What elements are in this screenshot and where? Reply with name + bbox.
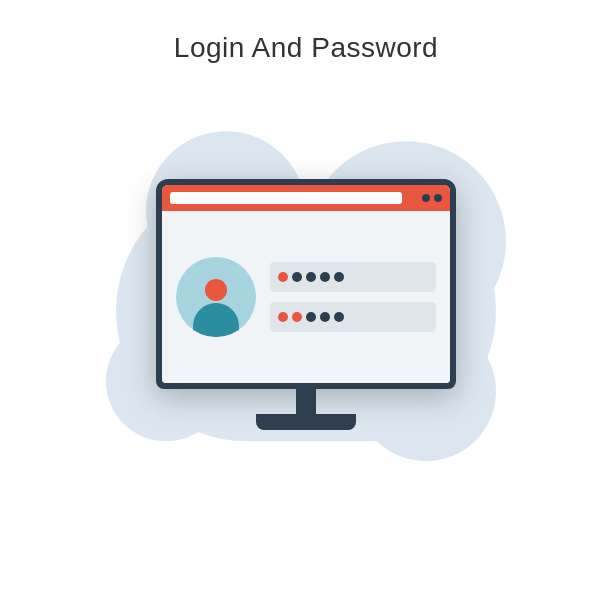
- field-dot-u1: [278, 272, 288, 282]
- field-dot-u4: [320, 272, 330, 282]
- field-dot-u3: [306, 272, 316, 282]
- address-bar: [170, 192, 402, 204]
- field-dot-u2: [292, 272, 302, 282]
- page-title: Login And Password: [174, 32, 438, 64]
- browser-bar: [162, 185, 450, 211]
- login-fields: [270, 262, 436, 332]
- monitor-screen: [162, 185, 450, 383]
- browser-dot-3: [434, 194, 442, 202]
- avatar-circle: [176, 257, 256, 337]
- browser-dot-2: [422, 194, 430, 202]
- illustration-container: [66, 74, 546, 534]
- avatar-person: [193, 279, 239, 337]
- screen-content: [162, 211, 450, 383]
- monitor-neck: [296, 389, 316, 414]
- field-dot-p2: [292, 312, 302, 322]
- browser-dot-1: [410, 194, 418, 202]
- monitor-stand: [256, 414, 356, 430]
- field-dot-p3: [306, 312, 316, 322]
- monitor: [156, 179, 456, 430]
- field-dot-p1: [278, 312, 288, 322]
- avatar-head: [205, 279, 227, 301]
- username-field-row: [270, 262, 436, 292]
- field-dot-p4: [320, 312, 330, 322]
- monitor-body: [156, 179, 456, 389]
- browser-dots: [410, 194, 442, 202]
- field-dot-p5: [334, 312, 344, 322]
- password-field-row: [270, 302, 436, 332]
- avatar-body: [193, 303, 239, 337]
- field-dot-u5: [334, 272, 344, 282]
